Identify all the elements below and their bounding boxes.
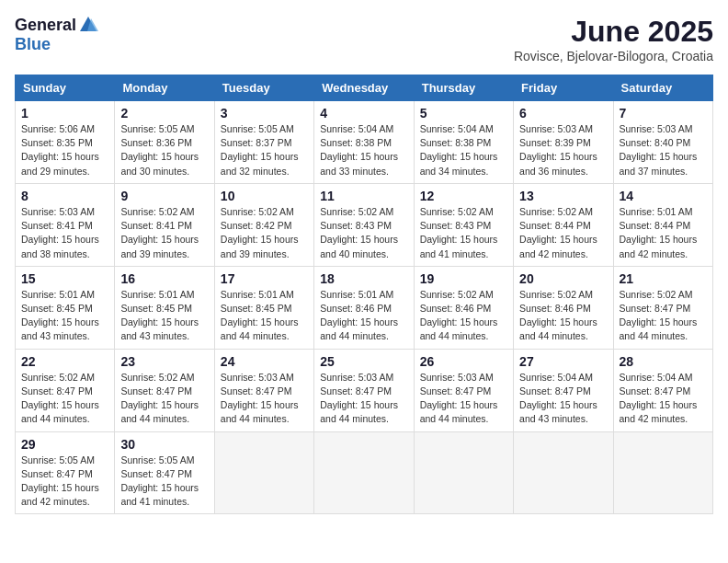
- day-info: Sunrise: 5:01 AM Sunset: 8:45 PM Dayligh…: [21, 288, 108, 344]
- empty-day-cell: [314, 431, 414, 514]
- day-info: Sunrise: 5:02 AM Sunset: 8:47 PM Dayligh…: [620, 288, 707, 344]
- day-info: Sunrise: 5:06 AM Sunset: 8:35 PM Dayligh…: [21, 122, 108, 178]
- day-cell-19: 19Sunrise: 5:02 AM Sunset: 8:46 PM Dayli…: [414, 266, 513, 349]
- day-number: 2: [120, 106, 208, 121]
- day-number: 10: [221, 189, 308, 203]
- day-info: Sunrise: 5:04 AM Sunset: 8:47 PM Dayligh…: [620, 371, 707, 427]
- day-info: Sunrise: 5:01 AM Sunset: 8:44 PM Dayligh…: [620, 205, 707, 261]
- weekday-header-wednesday: Wednesday: [314, 75, 414, 101]
- day-info: Sunrise: 5:02 AM Sunset: 8:42 PM Dayligh…: [221, 205, 308, 261]
- day-cell-8: 8Sunrise: 5:03 AM Sunset: 8:41 PM Daylig…: [16, 183, 115, 266]
- day-number: 21: [620, 271, 707, 286]
- day-info: Sunrise: 5:01 AM Sunset: 8:45 PM Dayligh…: [120, 288, 208, 344]
- weekday-header-row: SundayMondayTuesdayWednesdayThursdayFrid…: [16, 75, 713, 101]
- day-cell-14: 14Sunrise: 5:01 AM Sunset: 8:44 PM Dayli…: [613, 183, 712, 266]
- day-info: Sunrise: 5:03 AM Sunset: 8:40 PM Dayligh…: [620, 122, 707, 178]
- weekday-header-saturday: Saturday: [613, 75, 712, 101]
- weekday-header-monday: Monday: [115, 75, 214, 101]
- day-info: Sunrise: 5:05 AM Sunset: 8:36 PM Dayligh…: [120, 122, 208, 178]
- day-cell-11: 11Sunrise: 5:02 AM Sunset: 8:43 PM Dayli…: [314, 183, 414, 266]
- week-row-3: 15Sunrise: 5:01 AM Sunset: 8:45 PM Dayli…: [16, 266, 713, 349]
- day-info: Sunrise: 5:04 AM Sunset: 8:47 PM Dayligh…: [519, 371, 607, 427]
- day-info: Sunrise: 5:02 AM Sunset: 8:44 PM Dayligh…: [519, 205, 607, 261]
- day-info: Sunrise: 5:05 AM Sunset: 8:47 PM Dayligh…: [120, 454, 208, 510]
- week-row-2: 8Sunrise: 5:03 AM Sunset: 8:41 PM Daylig…: [16, 183, 713, 266]
- day-number: 27: [519, 354, 607, 369]
- day-number: 14: [620, 189, 707, 203]
- day-cell-29: 29Sunrise: 5:05 AM Sunset: 8:47 PM Dayli…: [16, 431, 115, 514]
- day-number: 26: [420, 354, 507, 369]
- day-info: Sunrise: 5:02 AM Sunset: 8:46 PM Dayligh…: [420, 288, 507, 344]
- day-info: Sunrise: 5:02 AM Sunset: 8:41 PM Dayligh…: [120, 205, 208, 261]
- week-row-5: 29Sunrise: 5:05 AM Sunset: 8:47 PM Dayli…: [16, 431, 713, 514]
- day-cell-26: 26Sunrise: 5:03 AM Sunset: 8:47 PM Dayli…: [414, 349, 513, 431]
- calendar-table: SundayMondayTuesdayWednesdayThursdayFrid…: [15, 75, 713, 514]
- title-section: June 2025 Rovisce, Bjelovar-Bilogora, Cr…: [514, 15, 713, 63]
- day-cell-23: 23Sunrise: 5:02 AM Sunset: 8:47 PM Dayli…: [115, 349, 214, 431]
- day-cell-22: 22Sunrise: 5:02 AM Sunset: 8:47 PM Dayli…: [16, 349, 115, 431]
- day-number: 25: [320, 354, 407, 369]
- day-cell-1: 1Sunrise: 5:06 AM Sunset: 8:35 PM Daylig…: [16, 101, 115, 184]
- day-number: 1: [21, 106, 108, 121]
- day-cell-15: 15Sunrise: 5:01 AM Sunset: 8:45 PM Dayli…: [16, 266, 115, 349]
- logo-blue-text: Blue: [15, 35, 51, 54]
- day-cell-28: 28Sunrise: 5:04 AM Sunset: 8:47 PM Dayli…: [613, 349, 712, 431]
- day-info: Sunrise: 5:01 AM Sunset: 8:45 PM Dayligh…: [221, 288, 308, 344]
- logo: General Blue: [15, 15, 98, 54]
- day-info: Sunrise: 5:03 AM Sunset: 8:47 PM Dayligh…: [221, 371, 308, 427]
- day-number: 15: [21, 271, 108, 286]
- day-number: 17: [221, 271, 308, 286]
- day-cell-5: 5Sunrise: 5:04 AM Sunset: 8:38 PM Daylig…: [414, 101, 513, 184]
- day-number: 18: [320, 271, 407, 286]
- weekday-header-tuesday: Tuesday: [214, 75, 313, 101]
- day-cell-25: 25Sunrise: 5:03 AM Sunset: 8:47 PM Dayli…: [314, 349, 414, 431]
- day-number: 7: [620, 106, 707, 121]
- day-info: Sunrise: 5:04 AM Sunset: 8:38 PM Dayligh…: [420, 122, 507, 178]
- day-number: 3: [221, 106, 308, 121]
- day-info: Sunrise: 5:01 AM Sunset: 8:46 PM Dayligh…: [320, 288, 407, 344]
- day-number: 12: [420, 189, 507, 203]
- day-number: 19: [420, 271, 507, 286]
- empty-day-cell: [214, 431, 313, 514]
- day-info: Sunrise: 5:03 AM Sunset: 8:47 PM Dayligh…: [320, 371, 407, 427]
- empty-day-cell: [613, 431, 712, 514]
- day-number: 23: [120, 354, 208, 369]
- day-number: 9: [120, 189, 208, 203]
- day-info: Sunrise: 5:04 AM Sunset: 8:38 PM Dayligh…: [320, 122, 407, 178]
- month-title: June 2025: [514, 15, 713, 49]
- day-number: 29: [21, 437, 108, 452]
- day-number: 16: [120, 271, 208, 286]
- day-number: 11: [320, 189, 407, 203]
- day-cell-3: 3Sunrise: 5:05 AM Sunset: 8:37 PM Daylig…: [214, 101, 313, 184]
- day-info: Sunrise: 5:02 AM Sunset: 8:47 PM Dayligh…: [120, 371, 208, 427]
- day-number: 8: [21, 189, 108, 203]
- day-info: Sunrise: 5:02 AM Sunset: 8:46 PM Dayligh…: [519, 288, 607, 344]
- day-cell-2: 2Sunrise: 5:05 AM Sunset: 8:36 PM Daylig…: [115, 101, 214, 184]
- day-number: 30: [120, 437, 208, 452]
- day-number: 20: [519, 271, 607, 286]
- logo-general-text: General: [15, 16, 76, 35]
- day-cell-21: 21Sunrise: 5:02 AM Sunset: 8:47 PM Dayli…: [613, 266, 712, 349]
- page-header: General Blue June 2025 Rovisce, Bjelovar…: [15, 15, 713, 63]
- day-cell-17: 17Sunrise: 5:01 AM Sunset: 8:45 PM Dayli…: [214, 266, 313, 349]
- day-info: Sunrise: 5:03 AM Sunset: 8:41 PM Dayligh…: [21, 205, 108, 261]
- day-cell-13: 13Sunrise: 5:02 AM Sunset: 8:44 PM Dayli…: [514, 183, 613, 266]
- day-cell-16: 16Sunrise: 5:01 AM Sunset: 8:45 PM Dayli…: [115, 266, 214, 349]
- day-cell-6: 6Sunrise: 5:03 AM Sunset: 8:39 PM Daylig…: [514, 101, 613, 184]
- day-number: 22: [21, 354, 108, 369]
- day-info: Sunrise: 5:02 AM Sunset: 8:47 PM Dayligh…: [21, 371, 108, 427]
- weekday-header-sunday: Sunday: [16, 75, 115, 101]
- empty-day-cell: [414, 431, 513, 514]
- week-row-4: 22Sunrise: 5:02 AM Sunset: 8:47 PM Dayli…: [16, 349, 713, 431]
- day-cell-7: 7Sunrise: 5:03 AM Sunset: 8:40 PM Daylig…: [613, 101, 712, 184]
- location-title: Rovisce, Bjelovar-Bilogora, Croatia: [514, 49, 713, 63]
- day-info: Sunrise: 5:03 AM Sunset: 8:47 PM Dayligh…: [420, 371, 507, 427]
- logo-icon: [78, 15, 98, 35]
- day-number: 4: [320, 106, 407, 121]
- day-number: 5: [420, 106, 507, 121]
- day-info: Sunrise: 5:05 AM Sunset: 8:47 PM Dayligh…: [21, 454, 108, 510]
- day-cell-24: 24Sunrise: 5:03 AM Sunset: 8:47 PM Dayli…: [214, 349, 313, 431]
- weekday-header-thursday: Thursday: [414, 75, 513, 101]
- day-cell-30: 30Sunrise: 5:05 AM Sunset: 8:47 PM Dayli…: [115, 431, 214, 514]
- day-cell-27: 27Sunrise: 5:04 AM Sunset: 8:47 PM Dayli…: [514, 349, 613, 431]
